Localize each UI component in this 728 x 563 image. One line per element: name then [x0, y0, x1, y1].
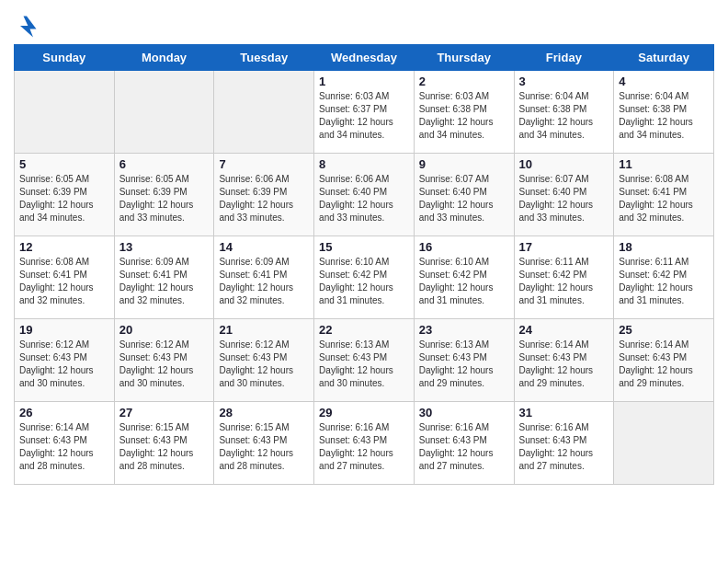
- date-number: 12: [19, 240, 109, 254]
- day-header-sunday: Sunday: [15, 45, 115, 71]
- date-number: 29: [319, 406, 409, 419]
- table-cell: 9Sunrise: 6:07 AM Sunset: 6:40 PM Daylig…: [414, 154, 514, 236]
- date-number: 6: [119, 157, 210, 171]
- cell-info: Sunrise: 6:05 AM Sunset: 6:39 PM Dayligh…: [19, 173, 109, 224]
- cell-info: Sunrise: 6:16 AM Sunset: 6:43 PM Dayligh…: [419, 421, 509, 473]
- table-cell: 24Sunrise: 6:14 AM Sunset: 6:43 PM Dayli…: [514, 319, 614, 402]
- cell-info: Sunrise: 6:12 AM Sunset: 6:43 PM Dayligh…: [219, 339, 309, 390]
- date-number: 8: [319, 157, 409, 171]
- date-number: 22: [319, 323, 409, 337]
- cell-info: Sunrise: 6:13 AM Sunset: 6:43 PM Dayligh…: [419, 339, 509, 390]
- table-cell: 23Sunrise: 6:13 AM Sunset: 6:43 PM Dayli…: [414, 319, 514, 402]
- table-cell: 4Sunrise: 6:04 AM Sunset: 6:38 PM Daylig…: [614, 71, 714, 154]
- table-cell: 10Sunrise: 6:07 AM Sunset: 6:40 PM Dayli…: [514, 154, 614, 236]
- table-cell: 29Sunrise: 6:16 AM Sunset: 6:43 PM Dayli…: [314, 402, 415, 485]
- cell-info: Sunrise: 6:11 AM Sunset: 6:42 PM Dayligh…: [619, 256, 709, 307]
- date-number: 2: [419, 75, 509, 88]
- date-number: 19: [19, 323, 109, 337]
- table-cell: 15Sunrise: 6:10 AM Sunset: 6:42 PM Dayli…: [314, 236, 415, 319]
- date-number: 7: [219, 157, 309, 171]
- cell-info: Sunrise: 6:12 AM Sunset: 6:43 PM Dayligh…: [119, 339, 210, 390]
- cell-info: Sunrise: 6:10 AM Sunset: 6:42 PM Dayligh…: [419, 256, 509, 307]
- table-cell: 28Sunrise: 6:15 AM Sunset: 6:43 PM Dayli…: [214, 402, 314, 485]
- date-number: 26: [19, 406, 109, 419]
- cell-info: Sunrise: 6:09 AM Sunset: 6:41 PM Dayligh…: [219, 256, 309, 307]
- cell-info: Sunrise: 6:14 AM Sunset: 6:43 PM Dayligh…: [619, 339, 709, 390]
- date-number: 28: [219, 406, 309, 419]
- cell-info: Sunrise: 6:08 AM Sunset: 6:41 PM Dayligh…: [619, 173, 709, 224]
- cell-info: Sunrise: 6:06 AM Sunset: 6:39 PM Dayligh…: [219, 173, 309, 224]
- date-number: 4: [619, 75, 709, 88]
- table-cell: 25Sunrise: 6:14 AM Sunset: 6:43 PM Dayli…: [614, 319, 714, 402]
- table-cell: 18Sunrise: 6:11 AM Sunset: 6:42 PM Dayli…: [614, 236, 714, 319]
- cell-info: Sunrise: 6:03 AM Sunset: 6:38 PM Dayligh…: [419, 90, 509, 142]
- cell-info: Sunrise: 6:12 AM Sunset: 6:43 PM Dayligh…: [19, 339, 109, 390]
- table-cell: 27Sunrise: 6:15 AM Sunset: 6:43 PM Dayli…: [114, 402, 214, 485]
- day-header-wednesday: Wednesday: [314, 45, 415, 71]
- table-cell: 6Sunrise: 6:05 AM Sunset: 6:39 PM Daylig…: [114, 154, 214, 236]
- cell-info: Sunrise: 6:14 AM Sunset: 6:43 PM Dayligh…: [19, 421, 109, 473]
- date-number: 20: [119, 323, 210, 337]
- table-cell: 12Sunrise: 6:08 AM Sunset: 6:41 PM Dayli…: [15, 236, 115, 319]
- cell-info: Sunrise: 6:11 AM Sunset: 6:42 PM Dayligh…: [519, 256, 609, 307]
- table-cell: [114, 71, 214, 154]
- table-cell: 2Sunrise: 6:03 AM Sunset: 6:38 PM Daylig…: [414, 71, 514, 154]
- cell-info: Sunrise: 6:16 AM Sunset: 6:43 PM Dayligh…: [519, 421, 609, 473]
- day-header-monday: Monday: [114, 45, 214, 71]
- date-number: 14: [219, 240, 309, 254]
- table-cell: 11Sunrise: 6:08 AM Sunset: 6:41 PM Dayli…: [614, 154, 714, 236]
- calendar-table: SundayMondayTuesdayWednesdayThursdayFrid…: [14, 44, 714, 485]
- week-row-1: 1Sunrise: 6:03 AM Sunset: 6:37 PM Daylig…: [15, 71, 714, 154]
- table-cell: 19Sunrise: 6:12 AM Sunset: 6:43 PM Dayli…: [15, 319, 115, 402]
- table-cell: 7Sunrise: 6:06 AM Sunset: 6:39 PM Daylig…: [214, 154, 314, 236]
- table-cell: 30Sunrise: 6:16 AM Sunset: 6:43 PM Dayli…: [414, 402, 514, 485]
- day-header-saturday: Saturday: [614, 45, 714, 71]
- date-number: 27: [119, 406, 210, 419]
- date-number: 1: [319, 75, 409, 88]
- cell-info: Sunrise: 6:06 AM Sunset: 6:40 PM Dayligh…: [319, 173, 409, 224]
- date-number: 18: [619, 240, 709, 254]
- logo: [14, 13, 43, 39]
- date-number: 21: [219, 323, 309, 337]
- table-cell: 14Sunrise: 6:09 AM Sunset: 6:41 PM Dayli…: [214, 236, 314, 319]
- date-number: 23: [419, 323, 509, 337]
- day-header-friday: Friday: [514, 45, 614, 71]
- cell-info: Sunrise: 6:03 AM Sunset: 6:37 PM Dayligh…: [319, 90, 409, 142]
- date-number: 15: [319, 240, 409, 254]
- cell-info: Sunrise: 6:10 AM Sunset: 6:42 PM Dayligh…: [319, 256, 409, 307]
- date-number: 17: [519, 240, 609, 254]
- cell-info: Sunrise: 6:16 AM Sunset: 6:43 PM Dayligh…: [319, 421, 409, 473]
- week-row-5: 26Sunrise: 6:14 AM Sunset: 6:43 PM Dayli…: [15, 402, 714, 485]
- table-cell: 17Sunrise: 6:11 AM Sunset: 6:42 PM Dayli…: [514, 236, 614, 319]
- date-number: 16: [419, 240, 509, 254]
- table-cell: [15, 71, 115, 154]
- week-row-2: 5Sunrise: 6:05 AM Sunset: 6:39 PM Daylig…: [15, 154, 714, 236]
- date-number: 13: [119, 240, 210, 254]
- table-cell: 3Sunrise: 6:04 AM Sunset: 6:38 PM Daylig…: [514, 71, 614, 154]
- week-row-4: 19Sunrise: 6:12 AM Sunset: 6:43 PM Dayli…: [15, 319, 714, 402]
- table-cell: 13Sunrise: 6:09 AM Sunset: 6:41 PM Dayli…: [114, 236, 214, 319]
- cell-info: Sunrise: 6:07 AM Sunset: 6:40 PM Dayligh…: [419, 173, 509, 224]
- cell-info: Sunrise: 6:07 AM Sunset: 6:40 PM Dayligh…: [519, 173, 609, 224]
- svg-marker-0: [20, 17, 37, 38]
- date-number: 24: [519, 323, 609, 337]
- table-cell: [614, 402, 714, 485]
- page-header: [14, 9, 714, 39]
- cell-info: Sunrise: 6:15 AM Sunset: 6:43 PM Dayligh…: [119, 421, 210, 473]
- week-row-3: 12Sunrise: 6:08 AM Sunset: 6:41 PM Dayli…: [15, 236, 714, 319]
- date-number: 5: [19, 157, 109, 171]
- cell-info: Sunrise: 6:05 AM Sunset: 6:39 PM Dayligh…: [119, 173, 210, 224]
- date-number: 30: [419, 406, 509, 419]
- cell-info: Sunrise: 6:04 AM Sunset: 6:38 PM Dayligh…: [619, 90, 709, 142]
- date-number: 31: [519, 406, 609, 419]
- day-header-thursday: Thursday: [414, 45, 514, 71]
- table-cell: 31Sunrise: 6:16 AM Sunset: 6:43 PM Dayli…: [514, 402, 614, 485]
- logo-icon: [14, 13, 40, 39]
- table-cell: 20Sunrise: 6:12 AM Sunset: 6:43 PM Dayli…: [114, 319, 214, 402]
- table-cell: 1Sunrise: 6:03 AM Sunset: 6:37 PM Daylig…: [314, 71, 415, 154]
- table-cell: 21Sunrise: 6:12 AM Sunset: 6:43 PM Dayli…: [214, 319, 314, 402]
- date-number: 11: [619, 157, 709, 171]
- cell-info: Sunrise: 6:14 AM Sunset: 6:43 PM Dayligh…: [519, 339, 609, 390]
- table-cell: 22Sunrise: 6:13 AM Sunset: 6:43 PM Dayli…: [314, 319, 415, 402]
- table-cell: 26Sunrise: 6:14 AM Sunset: 6:43 PM Dayli…: [15, 402, 115, 485]
